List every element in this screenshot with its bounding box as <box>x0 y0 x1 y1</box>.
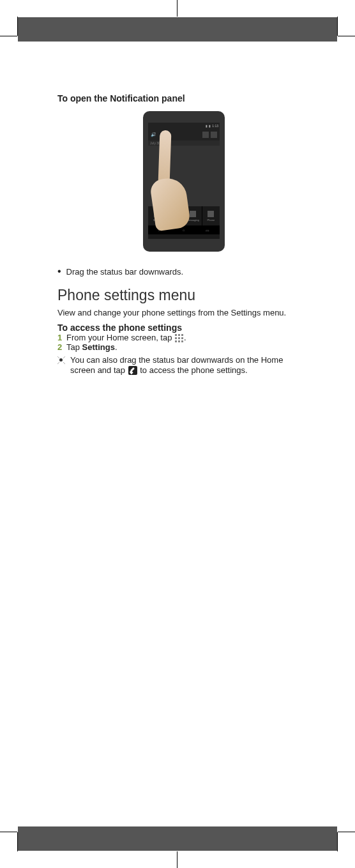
recent-icon: ▭ <box>206 228 209 232</box>
dock-item: Phone <box>202 206 220 225</box>
battery-icon: ▮ <box>209 124 211 128</box>
signal-icon: ▮ <box>206 124 208 128</box>
step-2: 2 Tap Settings. <box>57 342 310 353</box>
bullet-text: Drag the status bar downwards. <box>66 267 184 277</box>
step-text-post: . <box>184 333 186 342</box>
apps-grid-icon <box>175 334 183 342</box>
palm <box>149 176 192 232</box>
page-header-band <box>18 17 337 42</box>
bullet-item: • Drag the status bar downwards. <box>57 267 310 277</box>
phone-status-bar: ▮ ▮ 1:13 <box>148 123 220 129</box>
page-content: To open the Notification panel ▮ ▮ 1:13 … <box>57 93 310 375</box>
speaker-icon: 🔊 <box>151 132 156 137</box>
tip-row: You can also drag the status bar downwar… <box>57 355 310 375</box>
step-text-pre: Tap <box>66 342 82 352</box>
tip-text-post: to access the phone settings. <box>138 365 248 375</box>
step-text-pre: From your Home screen, tap <box>66 333 174 342</box>
tip-text: You can also drag the status bar downwar… <box>70 355 310 375</box>
step-text: From your Home screen, tap . <box>66 333 186 343</box>
subheading-access-settings: To access the phone settings <box>57 323 310 333</box>
step-text-post: . <box>115 342 117 352</box>
step-text-bold: Settings <box>82 342 115 352</box>
step-number: 1 <box>57 333 63 343</box>
intro-text: View and change your phone settings from… <box>57 308 310 319</box>
section-title-notification: To open the Notification panel <box>57 93 310 103</box>
finger <box>158 130 172 185</box>
settings-wrench-icon <box>128 366 137 375</box>
toggle-icon <box>202 132 209 138</box>
page-footer-band <box>18 826 337 851</box>
step-number: 2 <box>57 342 63 353</box>
tip-bulb-icon <box>57 356 66 364</box>
bullet-dot: • <box>57 267 61 276</box>
hand-illustration <box>159 130 197 245</box>
phone-illustration: ▮ ▮ 1:13 🔊 July 30, 2012 Media Play Stor… <box>143 111 225 252</box>
quick-toggles <box>202 132 217 138</box>
step-1: 1 From your Home screen, tap . <box>57 333 310 343</box>
toggle-icon <box>211 132 217 138</box>
heading-phone-settings: Phone settings menu <box>57 287 310 304</box>
phone-time: 1:13 <box>212 124 218 128</box>
step-text: Tap Settings. <box>66 342 117 353</box>
